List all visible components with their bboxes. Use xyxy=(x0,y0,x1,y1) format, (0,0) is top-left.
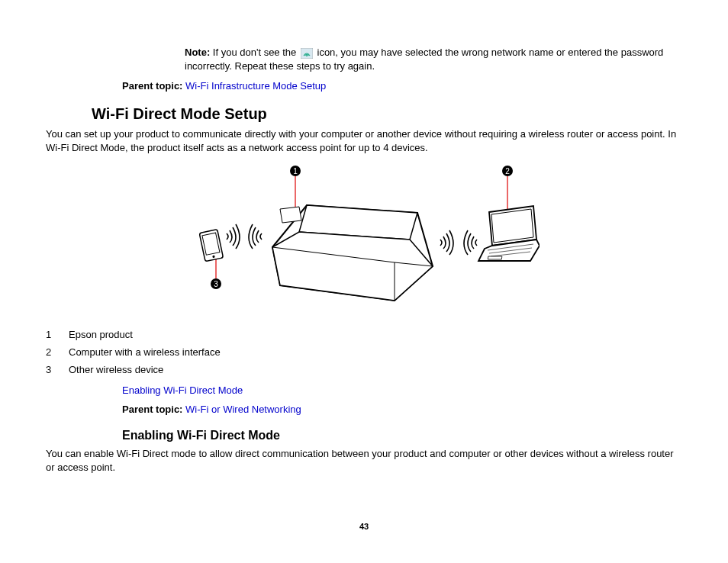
subsection-intro: You can enable Wi-Fi Direct mode to allo… xyxy=(46,447,682,474)
enabling-wifi-link[interactable]: Enabling Wi-Fi Direct Mode xyxy=(122,384,243,396)
printer-icon xyxy=(272,205,433,301)
table-row: 2 Computer with a wireless interface xyxy=(46,343,228,361)
wifi-waves-icon xyxy=(249,224,262,249)
legend-num: 2 xyxy=(46,343,69,361)
laptop-icon xyxy=(478,206,540,261)
legend-table: 1 Epson product 2 Computer with a wirele… xyxy=(46,326,228,378)
note-label: Note: xyxy=(185,47,210,58)
callout-3: 3 xyxy=(214,280,218,288)
svg-marker-19 xyxy=(491,209,533,243)
note-text-before: If you don't see the xyxy=(210,47,299,58)
svg-marker-13 xyxy=(272,232,433,301)
legend-text: Epson product xyxy=(69,326,228,343)
legend-num: 3 xyxy=(46,361,69,378)
note-paragraph: Note: If you don't see the icon, you may… xyxy=(185,46,682,72)
wifi-waves-icon xyxy=(227,224,240,249)
diagram-figure: 1 2 3 xyxy=(46,163,682,318)
parent-topic-label: Parent topic: xyxy=(122,404,182,415)
legend-text: Computer with a wireless interface xyxy=(69,343,228,361)
svg-point-1 xyxy=(306,55,308,56)
wifi-status-icon xyxy=(301,48,313,59)
wifi-waves-icon xyxy=(440,230,453,255)
smartphone-icon xyxy=(199,230,223,262)
svg-marker-17 xyxy=(280,207,301,223)
legend-text: Other wireless device xyxy=(69,361,228,378)
legend-num: 1 xyxy=(46,326,69,343)
parent-topic-row: Parent topic: Wi-Fi or Wired Networking xyxy=(122,404,682,415)
parent-topic-link[interactable]: Wi-Fi Infrastructure Mode Setup xyxy=(185,80,326,92)
callout-2: 2 xyxy=(505,167,510,175)
parent-topic-link[interactable]: Wi-Fi or Wired Networking xyxy=(185,404,301,415)
callout-1: 1 xyxy=(293,167,298,175)
parent-topic-row: Parent topic: Wi-Fi Infrastructure Mode … xyxy=(122,80,682,92)
wifi-waves-icon xyxy=(464,230,477,255)
table-row: 3 Other wireless device xyxy=(46,361,228,378)
page-number: 43 xyxy=(0,522,728,531)
section-intro: You can set up your product to communica… xyxy=(46,127,682,154)
svg-rect-24 xyxy=(488,256,502,259)
parent-topic-label: Parent topic: xyxy=(122,80,182,92)
subsection-heading: Enabling Wi-Fi Direct Mode xyxy=(122,429,682,442)
section-heading: Wi-Fi Direct Mode Setup xyxy=(92,105,682,123)
table-row: 1 Epson product xyxy=(46,326,228,343)
